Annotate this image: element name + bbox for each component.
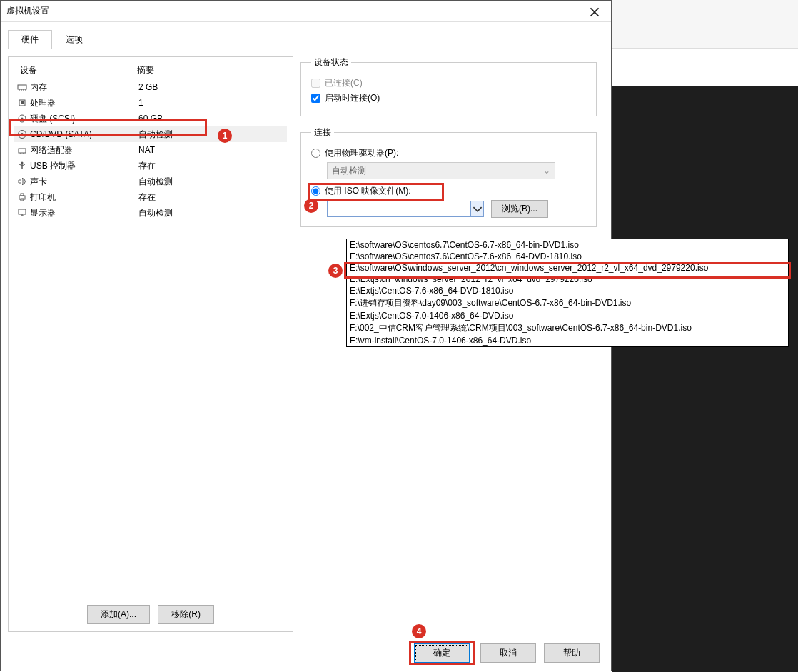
- device-summary: 存在: [138, 160, 286, 172]
- device-summary: 自动检测: [138, 176, 286, 188]
- dialog-buttons: 确定 取消 帮助: [409, 641, 602, 665]
- tab-hardware[interactable]: 硬件: [8, 30, 52, 49]
- svg-marker-20: [19, 178, 23, 185]
- device-summary: NAT: [138, 145, 286, 155]
- iso-dropdown-item-1[interactable]: E:\software\OS\centos7.6\CentOS-7.6-x86_…: [347, 251, 788, 262]
- display-icon: [16, 208, 29, 219]
- device-list: 内存2 GB处理器1硬盘 (SCSI)60 GBCD/DVD (SATA)自动检…: [14, 79, 287, 221]
- iso-dropdown-item-3[interactable]: E:\Extjs\cn_windows_server_2012_r2_vl_x6…: [347, 274, 788, 285]
- ram-icon: [16, 82, 29, 93]
- device-row-net[interactable]: 网络适配器NAT: [14, 142, 287, 158]
- iso-input-row: 浏览(B)...: [327, 200, 586, 218]
- use-physical-radio[interactable]: [311, 149, 320, 158]
- use-physical-row[interactable]: 使用物理驱动器(P):: [311, 147, 586, 159]
- device-label: 内存: [29, 81, 138, 94]
- device-row-cpu[interactable]: 处理器1: [14, 95, 287, 111]
- background-toolbar: [612, 0, 798, 49]
- disk-icon: [16, 114, 29, 124]
- device-label: CD/DVD (SATA): [29, 129, 138, 139]
- vm-console: [612, 86, 798, 672]
- annotation-badge-1: 1: [218, 129, 232, 143]
- device-row-cd[interactable]: CD/DVD (SATA)自动检测: [14, 126, 287, 142]
- annotation-badge-3: 3: [328, 264, 343, 278]
- sound-icon: [16, 176, 29, 187]
- net-icon: [16, 145, 29, 156]
- use-iso-radio[interactable]: [311, 186, 320, 196]
- svg-point-12: [21, 134, 24, 136]
- device-summary: 自动检测: [138, 207, 286, 219]
- device-row-usb[interactable]: USB 控制器存在: [14, 158, 287, 174]
- svg-rect-24: [19, 209, 26, 214]
- usb-icon: [16, 161, 29, 171]
- device-status-group: 设备状态 已连接(C) 启动时连接(O): [300, 56, 597, 116]
- connect-at-poweron-row[interactable]: 启动时连接(O): [311, 92, 586, 104]
- tab-strip: 硬件 选项: [8, 29, 604, 49]
- device-summary: 存在: [138, 191, 286, 204]
- iso-path-input[interactable]: [328, 204, 470, 214]
- connect-at-poweron-label: 启动时连接(O): [325, 92, 380, 104]
- chevron-down-icon: ⌄: [543, 166, 550, 176]
- iso-dropdown-item-6[interactable]: E:\Extjs\CentOS-7.0-1406-x86_64-DVD.iso: [347, 310, 788, 321]
- cancel-button[interactable]: 取消: [480, 643, 536, 663]
- dialog-titlebar: 虚拟机设置: [1, 1, 611, 22]
- device-row-ram[interactable]: 内存2 GB: [14, 79, 287, 95]
- device-label: USB 控制器: [29, 160, 138, 172]
- svg-point-10: [21, 118, 24, 120]
- connected-checkbox: [311, 79, 320, 88]
- device-row-display[interactable]: 显示器自动检测: [14, 205, 287, 221]
- device-row-printer[interactable]: 打印机存在: [14, 189, 287, 205]
- device-label: 显示器: [29, 207, 138, 219]
- connection-group: 连接 使用物理驱动器(P): 自动检测 ⌄ 使用 ISO 映像文件(M):: [300, 126, 597, 227]
- connect-at-poweron-checkbox[interactable]: [311, 94, 320, 103]
- col-summary: 摘要: [137, 64, 287, 76]
- svg-rect-22: [21, 194, 24, 196]
- iso-dropdown-item-4[interactable]: E:\Extjs\CentOS-7.6-x86_64-DVD-1810.iso: [347, 285, 788, 296]
- device-summary: 2 GB: [138, 82, 286, 92]
- svg-point-11: [19, 131, 26, 139]
- close-icon: [590, 7, 600, 17]
- annotation-badge-2: 2: [304, 199, 318, 213]
- tab-options[interactable]: 选项: [52, 30, 96, 49]
- device-label: 声卡: [29, 176, 138, 188]
- device-row-sound[interactable]: 声卡自动检测: [14, 174, 287, 189]
- chevron-down-icon: [473, 204, 483, 214]
- svg-rect-13: [19, 149, 26, 153]
- use-physical-label: 使用物理驱动器(P):: [325, 147, 398, 159]
- physical-drive-combo: 自动检测 ⌄: [327, 162, 555, 179]
- add-device-button[interactable]: 添加(A)...: [87, 605, 150, 624]
- iso-dropdown-list[interactable]: E:\software\OS\centos6.7\CentOS-6.7-x86_…: [346, 239, 789, 347]
- remove-device-button[interactable]: 移除(R): [158, 605, 214, 624]
- iso-dropdown-item-7[interactable]: F:\002_中信CRM客户管理系统\CRM项目\003_software\Ce…: [347, 321, 788, 335]
- ok-button[interactable]: 确定: [414, 643, 470, 663]
- device-row-disk[interactable]: 硬盘 (SCSI)60 GB: [14, 111, 287, 126]
- device-pane: 设备 摘要 内存2 GB处理器1硬盘 (SCSI)60 GBCD/DVD (SA…: [8, 56, 293, 632]
- use-iso-label: 使用 ISO 映像文件(M):: [325, 185, 411, 197]
- cd-icon: [16, 129, 29, 140]
- annotation-badge-4: 4: [412, 624, 426, 638]
- iso-dropdown-item-8[interactable]: E:\vm-install\CentOS-7.0-1406-x86_64-DVD…: [347, 335, 788, 346]
- device-label: 网络适配器: [29, 144, 138, 156]
- device-label: 硬盘 (SCSI): [29, 113, 138, 125]
- device-summary: 60 GB: [138, 114, 286, 124]
- device-summary: 自动检测: [138, 129, 286, 141]
- annotation-box-4: 确定: [409, 641, 475, 665]
- browse-button[interactable]: 浏览(B)...: [491, 200, 548, 218]
- device-list-header: 设备 摘要: [14, 63, 287, 79]
- svg-rect-2: [18, 85, 26, 89]
- iso-dropdown-button[interactable]: [470, 201, 483, 216]
- close-button[interactable]: [584, 5, 605, 16]
- printer-icon: [16, 192, 29, 203]
- connected-label: 已连接(C): [325, 77, 363, 89]
- connection-legend: 连接: [311, 126, 334, 139]
- iso-dropdown-item-0[interactable]: E:\software\OS\centos6.7\CentOS-6.7-x86_…: [347, 239, 788, 251]
- help-button[interactable]: 帮助: [544, 643, 600, 663]
- physical-drive-value: 自动检测: [332, 165, 366, 177]
- use-iso-row[interactable]: 使用 ISO 映像文件(M):: [311, 185, 586, 197]
- iso-dropdown-item-2[interactable]: E:\software\OS\windows_server_2012\cn_wi…: [347, 262, 788, 274]
- device-buttons: 添加(A)... 移除(R): [9, 605, 293, 624]
- iso-path-combobox[interactable]: [327, 201, 484, 217]
- cpu-icon: [16, 98, 29, 109]
- iso-dropdown-item-5[interactable]: F:\进销存项目资料\day09\003_software\CentOS-6.7…: [347, 296, 788, 310]
- col-device: 设备: [14, 64, 137, 76]
- dialog-title: 虚拟机设置: [6, 5, 584, 17]
